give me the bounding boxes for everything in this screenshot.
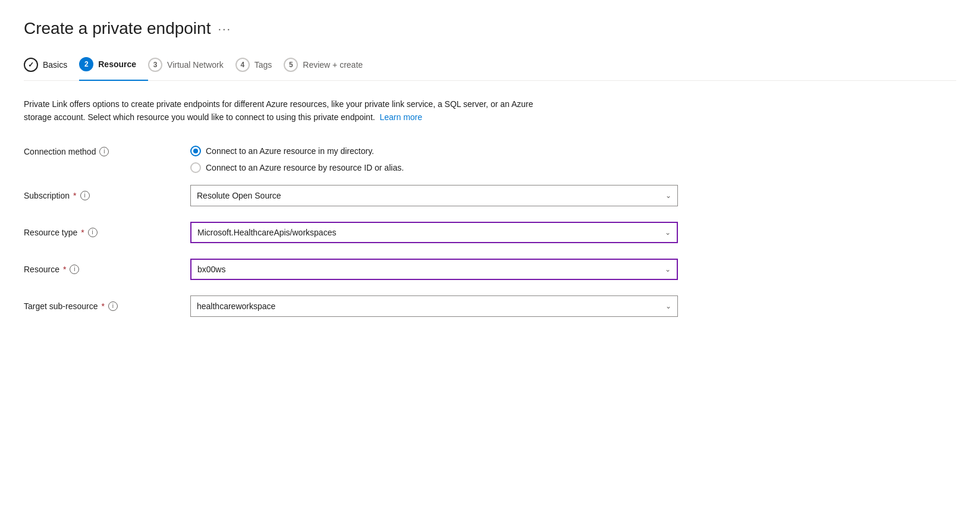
connection-method-info-icon[interactable]: i	[99, 147, 109, 156]
connection-method-radio-group: Connect to an Azure resource in my direc…	[190, 141, 678, 173]
target-sub-resource-info-icon[interactable]: i	[108, 301, 118, 311]
step-basics-check-icon: ✓	[28, 61, 34, 69]
resource-info-icon[interactable]: i	[70, 265, 79, 274]
step-review-create-circle: 5	[284, 58, 298, 72]
learn-more-link[interactable]: Learn more	[379, 112, 422, 122]
resource-type-info-icon[interactable]: i	[88, 228, 98, 237]
step-review-create-number: 5	[289, 61, 293, 69]
step-resource-number: 2	[84, 60, 89, 68]
step-resource-label: Resource	[98, 59, 136, 69]
resource-label: Resource	[24, 265, 59, 274]
radio-option-resource-id[interactable]: Connect to an Azure resource by resource…	[190, 162, 678, 173]
resource-required-star: *	[63, 265, 66, 274]
subscription-row: Subscription * i Resolute Open Source ⌄	[24, 185, 678, 210]
step-basics-label: Basics	[43, 60, 67, 70]
step-resource-circle: 2	[79, 57, 93, 71]
resource-value: bx00ws	[197, 265, 225, 274]
resource-type-value: Microsoft.HealthcareApis/workspaces	[197, 228, 336, 237]
subscription-chevron-icon: ⌄	[665, 191, 671, 200]
target-sub-resource-chevron-icon: ⌄	[665, 302, 671, 310]
subscription-required-star: *	[73, 191, 76, 200]
target-sub-resource-value: healthcareworkspace	[197, 301, 275, 311]
step-review-create-label: Review + create	[303, 60, 363, 70]
description-text: Private Link offers options to create pr…	[24, 98, 535, 124]
connection-method-row: Connection method i Connect to an Azure …	[24, 141, 678, 173]
resource-type-required-star: *	[81, 228, 84, 237]
radio-option-directory[interactable]: Connect to an Azure resource in my direc…	[190, 146, 678, 156]
resource-form: Connection method i Connect to an Azure …	[24, 141, 678, 320]
resource-chevron-icon: ⌄	[665, 265, 671, 273]
step-review-create[interactable]: 5 Review + create	[284, 58, 375, 80]
step-virtual-network-label: Virtual Network	[167, 60, 224, 70]
target-sub-resource-row: Target sub-resource * i healthcareworksp…	[24, 295, 678, 320]
step-tags-number: 4	[240, 61, 244, 69]
radio-input-directory[interactable]	[190, 146, 201, 156]
step-virtual-network[interactable]: 3 Virtual Network	[148, 58, 235, 80]
radio-input-resource-id[interactable]	[190, 162, 201, 173]
radio-label-directory: Connect to an Azure resource in my direc…	[206, 146, 374, 156]
resource-type-chevron-icon: ⌄	[665, 228, 671, 237]
wizard-steps: ✓ Basics 2 Resource 3 Virtual Network 4 …	[24, 57, 956, 81]
step-basics-circle: ✓	[24, 58, 38, 72]
target-sub-resource-select-wrapper: healthcareworkspace ⌄	[190, 295, 678, 317]
resource-type-label: Resource type	[24, 228, 77, 237]
description-body: Private Link offers options to create pr…	[24, 99, 533, 122]
resource-select-wrapper: bx00ws ⌄	[190, 259, 678, 280]
subscription-info-icon[interactable]: i	[80, 191, 90, 200]
radio-label-resource-id: Connect to an Azure resource by resource…	[206, 163, 404, 172]
target-sub-resource-required-star: *	[102, 301, 105, 311]
resource-row: Resource * i bx00ws ⌄	[24, 259, 678, 284]
step-tags-label: Tags	[255, 60, 272, 70]
ellipsis-menu-button[interactable]: ···	[218, 22, 231, 36]
step-virtual-network-number: 3	[153, 61, 158, 69]
subscription-select-wrapper: Resolute Open Source ⌄	[190, 185, 678, 206]
connection-method-label: Connection method	[24, 147, 96, 156]
subscription-label: Subscription	[24, 191, 70, 200]
step-tags[interactable]: 4 Tags	[235, 58, 284, 80]
subscription-select[interactable]: Resolute Open Source ⌄	[190, 185, 678, 206]
target-sub-resource-select[interactable]: healthcareworkspace ⌄	[190, 295, 678, 317]
resource-type-select[interactable]: Microsoft.HealthcareApis/workspaces ⌄	[190, 222, 678, 243]
page-title: Create a private endpoint	[24, 19, 211, 38]
step-resource[interactable]: 2 Resource	[79, 57, 148, 81]
subscription-value: Resolute Open Source	[197, 191, 281, 200]
resource-select[interactable]: bx00ws ⌄	[190, 259, 678, 280]
step-tags-circle: 4	[235, 58, 250, 72]
resource-type-select-wrapper: Microsoft.HealthcareApis/workspaces ⌄	[190, 222, 678, 243]
step-virtual-network-circle: 3	[148, 58, 162, 72]
step-basics[interactable]: ✓ Basics	[24, 58, 79, 80]
target-sub-resource-label: Target sub-resource	[24, 301, 98, 311]
resource-type-row: Resource type * i Microsoft.HealthcareAp…	[24, 222, 678, 247]
